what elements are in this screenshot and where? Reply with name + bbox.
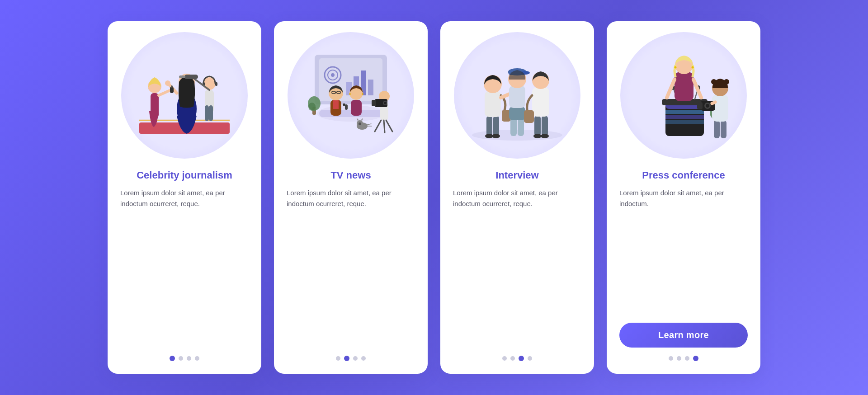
card-celebrity-journalism: Celebrity journalism Lorem ipsum dolor s…	[108, 21, 261, 374]
svg-rect-17	[215, 82, 217, 86]
card-press-conference: Press conference Lorem ipsum dolor sit a…	[607, 21, 760, 374]
card-interview: Interview Lorem ipsum dolor sit amet, ea…	[440, 21, 594, 374]
svg-point-113	[724, 79, 729, 85]
svg-rect-62	[486, 116, 492, 136]
svg-rect-10	[170, 87, 174, 93]
svg-line-9	[159, 90, 171, 95]
dot-4	[528, 356, 532, 361]
svg-line-55	[386, 120, 392, 132]
card-title-celebrity: Celebrity journalism	[137, 169, 232, 181]
illustration-interview	[454, 32, 580, 159]
dot-4	[195, 356, 199, 361]
svg-rect-45	[345, 104, 348, 110]
dot-3	[685, 356, 689, 361]
card-title-pressconf: Press conference	[642, 169, 725, 181]
svg-rect-50	[372, 100, 376, 106]
svg-point-6	[165, 80, 170, 86]
svg-point-82	[533, 134, 542, 138]
dot-1	[502, 356, 507, 361]
svg-rect-46	[343, 103, 345, 106]
svg-rect-108	[714, 120, 720, 138]
svg-point-52	[384, 102, 387, 104]
dot-2	[344, 356, 349, 361]
dot-3	[519, 356, 524, 361]
svg-rect-92	[665, 110, 704, 114]
svg-rect-29	[368, 80, 373, 95]
svg-point-44	[362, 93, 363, 95]
svg-point-65	[492, 134, 500, 138]
svg-point-104	[675, 66, 677, 69]
svg-rect-94	[665, 120, 704, 124]
svg-rect-115	[697, 102, 703, 109]
svg-point-34	[308, 103, 316, 111]
illustration-press-conference	[620, 32, 747, 159]
svg-rect-13	[205, 105, 209, 121]
svg-rect-75	[509, 85, 525, 108]
card-text-tvnews: Lorem ipsum dolor sit amet, ea per indoc…	[287, 188, 415, 348]
svg-rect-93	[665, 115, 704, 119]
card-text-celebrity: Lorem ipsum dolor sit amet, ea per indoc…	[120, 188, 249, 348]
svg-rect-102	[675, 72, 693, 101]
dot-2	[677, 356, 681, 361]
svg-rect-11	[171, 85, 173, 88]
card-text-interview: Lorem ipsum dolor sit amet, ea per indoc…	[453, 188, 581, 348]
dot-1	[336, 356, 340, 361]
pagination-tvnews	[336, 356, 366, 361]
dot-1	[170, 356, 175, 361]
dot-3	[187, 356, 191, 361]
cards-container: Celebrity journalism Lorem ipsum dolor s…	[80, 3, 788, 392]
card-tv-news: TV news Lorem ipsum dolor sit amet, ea p…	[274, 21, 428, 374]
dot-1	[669, 356, 673, 361]
svg-rect-85	[524, 110, 534, 123]
learn-more-button[interactable]: Learn more	[619, 323, 748, 348]
svg-rect-14	[209, 105, 213, 121]
card-title-interview: Interview	[495, 169, 538, 181]
svg-rect-36	[333, 100, 339, 109]
dot-2	[179, 356, 183, 361]
svg-rect-19	[184, 75, 198, 79]
svg-point-58	[359, 122, 361, 125]
card-title-tvnews: TV news	[330, 169, 371, 181]
svg-rect-80	[534, 116, 541, 136]
pagination-interview	[502, 356, 532, 361]
dot-2	[510, 356, 515, 361]
svg-point-112	[711, 79, 717, 85]
dot-4	[693, 356, 698, 361]
svg-rect-20	[179, 75, 185, 78]
pagination-pressconf	[669, 356, 698, 361]
pagination-celebrity	[170, 356, 199, 361]
svg-rect-66	[485, 91, 501, 117]
svg-line-53	[375, 120, 381, 132]
svg-line-118	[712, 102, 715, 103]
dot-3	[353, 356, 358, 361]
svg-point-83	[541, 134, 549, 138]
svg-point-105	[692, 66, 694, 69]
svg-point-25	[331, 73, 335, 77]
svg-point-117	[706, 104, 709, 108]
illustration-tv-news	[288, 32, 414, 159]
card-text-pressconf: Lorem ipsum dolor sit amet, ea per indoc…	[619, 188, 748, 316]
svg-rect-74	[509, 107, 525, 120]
svg-rect-63	[493, 116, 499, 136]
svg-rect-81	[542, 116, 548, 136]
svg-rect-41	[351, 100, 362, 116]
svg-line-54	[384, 120, 385, 132]
illustration-celebrity-journalism	[121, 32, 248, 159]
svg-rect-84	[532, 87, 549, 117]
dot-4	[361, 356, 366, 361]
svg-rect-109	[721, 120, 726, 138]
svg-point-43	[349, 93, 351, 95]
